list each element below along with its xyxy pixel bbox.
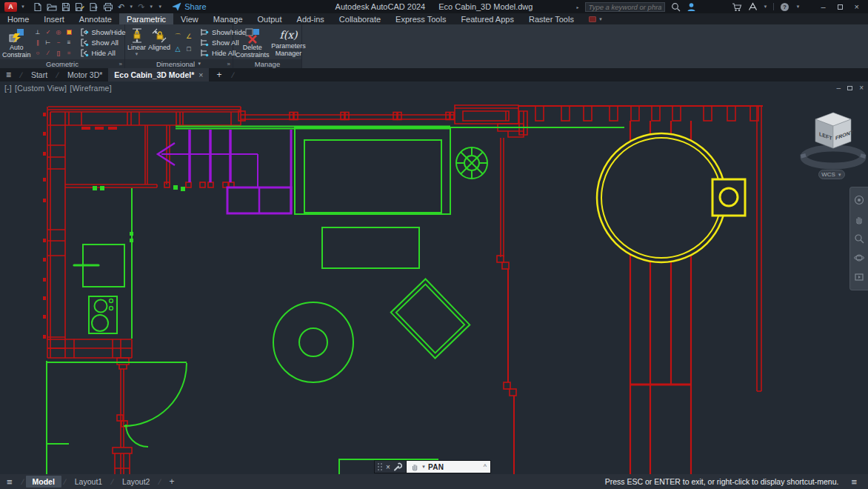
print-icon[interactable] xyxy=(103,2,113,12)
visual-style-control[interactable]: [Wireframe] xyxy=(70,84,111,93)
furniture[interactable] xyxy=(47,127,624,475)
autodesk-menu-caret-icon[interactable]: ▼ xyxy=(764,4,768,9)
geometric-show-hide-button[interactable]: Show/Hide xyxy=(80,27,126,36)
tab-express-tools[interactable]: Express Tools xyxy=(388,13,453,24)
command-bar-grip[interactable]: × xyxy=(374,460,407,473)
geometric-panel-title[interactable]: Geometric » xyxy=(0,59,124,68)
qat-customize-caret-icon[interactable]: ▼ xyxy=(158,4,162,9)
radial-constraint-icon[interactable]: ⌒ xyxy=(173,30,183,42)
new-file-icon[interactable] xyxy=(33,2,42,12)
autocad-app-menu-icon[interactable]: A xyxy=(4,2,17,12)
walls[interactable] xyxy=(43,105,763,474)
linear-caret-icon[interactable]: ▼ xyxy=(135,52,139,57)
pan-icon[interactable] xyxy=(854,214,864,224)
close-tab-icon[interactable]: × xyxy=(198,70,203,79)
constraint-equal-icon[interactable]: [] xyxy=(54,48,64,58)
constraint-concentric-icon[interactable]: ◎ xyxy=(54,27,64,37)
delete-constraints-button[interactable]: Delete Constraints xyxy=(236,26,270,59)
tab-collaborate[interactable]: Collaborate xyxy=(332,13,388,24)
dim-form-icon[interactable]: □ xyxy=(184,43,194,55)
layout2-tab[interactable]: Layout2 xyxy=(116,476,156,488)
tab-insert[interactable]: Insert xyxy=(36,13,72,24)
tab-add-ins[interactable]: Add-ins xyxy=(290,13,332,24)
minimize-button[interactable]: – xyxy=(818,3,828,11)
customize-wrench-icon[interactable] xyxy=(393,462,402,471)
doc-tab-motor-3d[interactable]: Motor 3D* xyxy=(61,68,108,82)
drawing-restore-icon[interactable] xyxy=(847,86,852,90)
help-caret-icon[interactable]: ▼ xyxy=(795,4,800,9)
constraint-symmetric-icon[interactable]: ≡ xyxy=(64,38,74,47)
manage-panel-title[interactable]: Manage xyxy=(233,59,301,68)
bed-mattress[interactable] xyxy=(304,140,441,213)
doc-tab-start[interactable]: Start xyxy=(25,68,53,82)
redo-icon[interactable]: ↷ xyxy=(138,3,144,11)
drawing-canvas[interactable]: [-] [Custom View] [Wireframe] – × LEFT F… xyxy=(0,82,868,474)
constraint-parallel-icon[interactable]: ∥ xyxy=(33,38,43,47)
orbit-icon[interactable] xyxy=(854,253,864,263)
stove[interactable] xyxy=(89,296,117,333)
aligned-dimension-button[interactable]: Aligned xyxy=(148,26,170,59)
viewport-menu-control[interactable]: [-] xyxy=(4,84,12,93)
constraint-smooth-icon[interactable]: ~ xyxy=(54,38,64,47)
search-icon[interactable] xyxy=(671,2,681,12)
command-close-icon[interactable]: × xyxy=(386,463,390,471)
model-tab[interactable]: Model xyxy=(26,476,61,488)
tab-home[interactable]: Home xyxy=(0,13,36,24)
search-input[interactable] xyxy=(585,2,665,12)
constraint-vertical-icon[interactable]: ⊢ xyxy=(44,38,53,47)
search-collapse-icon[interactable]: ▸ xyxy=(577,4,579,10)
floor-plan-drawing[interactable] xyxy=(0,82,868,474)
tab-parametric[interactable]: Parametric xyxy=(119,13,173,24)
new-layout-button[interactable]: + xyxy=(163,476,180,487)
fridge[interactable] xyxy=(74,245,124,287)
status-customize-icon[interactable]: ≡ xyxy=(844,476,864,488)
tab-featured-apps[interactable]: Featured Apps xyxy=(453,13,521,24)
constraint-fix-icon[interactable] xyxy=(64,27,74,37)
geometric-hide-all-button[interactable]: Hide All xyxy=(80,48,126,57)
command-input[interactable]: ▼ PAN ^ xyxy=(407,460,491,473)
staircase[interactable] xyxy=(158,130,291,213)
zoom-icon[interactable] xyxy=(854,233,864,244)
parameters-manager-button[interactable]: f(x) Parameters Manager xyxy=(272,26,306,59)
constraint-horizontal-icon[interactable]: = xyxy=(64,48,74,58)
showmotion-icon[interactable] xyxy=(854,272,864,282)
constraint-perpendicular-icon[interactable]: ⊥ xyxy=(33,27,43,37)
table[interactable] xyxy=(322,227,419,268)
layout-menu-icon[interactable]: ≡ xyxy=(0,476,19,488)
constraint-collinear-icon[interactable]: ∕ xyxy=(44,48,53,58)
autodesk-logo-icon[interactable] xyxy=(748,2,758,11)
app-menu-caret-icon[interactable]: ▼ xyxy=(21,4,25,9)
undo-caret-icon[interactable]: ▼ xyxy=(129,4,133,9)
dimensional-expander-icon[interactable]: » xyxy=(227,61,230,67)
open-file-icon[interactable] xyxy=(47,2,57,12)
round-table[interactable] xyxy=(273,302,353,382)
viewcube-compass-ring[interactable] xyxy=(804,148,863,166)
rotated-rug[interactable] xyxy=(391,279,470,358)
tab-view[interactable]: View xyxy=(173,13,206,24)
undo-icon[interactable]: ↶ xyxy=(118,3,124,11)
hot-tub-step[interactable] xyxy=(712,179,745,216)
layout1-tab[interactable]: Layout1 xyxy=(68,476,109,488)
redo-caret-icon[interactable]: ▼ xyxy=(149,4,153,9)
tab-annotate[interactable]: Annotate xyxy=(72,13,119,24)
view-control[interactable]: [Custom View] xyxy=(15,84,67,93)
recent-commands-icon[interactable]: ^ xyxy=(484,463,487,470)
constraint-coincident-icon[interactable]: ✓ xyxy=(44,27,53,37)
hot-tub[interactable] xyxy=(597,133,745,262)
ceiling-light-symbol[interactable] xyxy=(456,147,487,179)
file-tabs-menu-icon[interactable]: ≡ xyxy=(0,70,17,80)
sign-in-user-icon[interactable] xyxy=(687,2,696,12)
auto-constrain-button[interactable]: Auto Constrain xyxy=(2,26,31,59)
ribbon-display-toggle[interactable]: ▼ xyxy=(589,16,603,22)
save-as-icon[interactable] xyxy=(75,2,84,12)
wcs-selector[interactable]: WCS▼ xyxy=(818,170,845,179)
grip-dots-icon[interactable] xyxy=(378,463,383,471)
constraint-tangent-icon[interactable]: ○ xyxy=(33,48,43,58)
tab-manage[interactable]: Manage xyxy=(206,13,250,24)
export-icon[interactable] xyxy=(89,2,99,12)
tab-output[interactable]: Output xyxy=(250,13,290,24)
restore-button[interactable] xyxy=(835,3,846,11)
doc-tab-eco-cabin[interactable]: Eco Cabin_3D Model* × xyxy=(108,68,209,82)
convert-constraint-icon[interactable]: △ xyxy=(173,43,183,55)
geometric-show-all-button[interactable]: Show All xyxy=(80,38,126,47)
